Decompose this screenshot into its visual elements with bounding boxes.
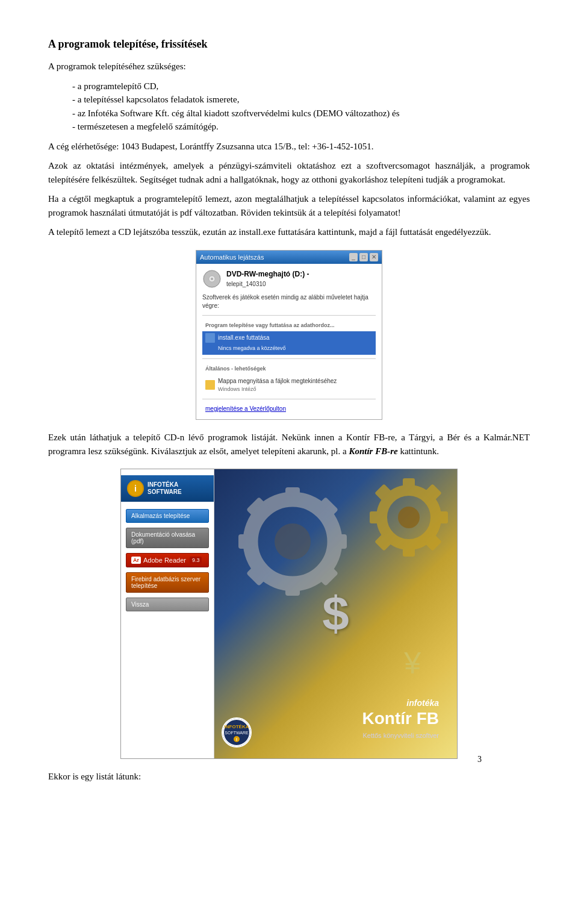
publisher-info: Nincs megadva a közzétevő	[202, 345, 376, 355]
autoplay-dialog: Automatikus lejátszás _ □ ✕ DVD-RW-megha…	[196, 250, 382, 420]
dialog-body: DVD-RW-meghajtó (D:) - telepit_140310 Sz…	[196, 264, 382, 419]
svg-rect-10	[329, 534, 347, 549]
infoteka-logo-small: INFOTÉKA SOFTWARE i	[222, 717, 252, 748]
close-button[interactable]: ✕	[370, 253, 378, 261]
svg-text:i: i	[134, 484, 137, 493]
kontir-fb-bold: Kontír FB-re	[349, 446, 397, 456]
product-image: $ ¥ infotéka Kontír FB Kettős könyvvitel…	[214, 469, 457, 758]
svg-rect-9	[238, 534, 256, 549]
folder-icon	[205, 380, 215, 390]
svg-point-2	[211, 278, 213, 280]
requirements-list: a programtelepítő CD, a telepítéssel kap…	[72, 80, 530, 134]
adobe-version: 9.3	[190, 557, 202, 564]
maximize-button[interactable]: □	[359, 253, 368, 261]
install-icon	[205, 333, 215, 343]
list-seen-paragraph: Ekkor is egy listát látunk:	[48, 770, 530, 784]
installer-header: i INFOTÉKA SOFTWARE	[121, 475, 214, 502]
drive-label: DVD-RW-meghajtó (D:) -	[226, 269, 309, 279]
svg-text:SOFTWARE: SOFTWARE	[225, 731, 249, 735]
windows-explorer-label: Windows Intéző	[218, 386, 337, 394]
svg-point-16	[398, 507, 420, 528]
brand-tagline-text: Kettős könyvviteli szoftver	[362, 731, 439, 741]
folder-open-label: Mappa megnyitása a fájlok megtekintéséhe…	[218, 376, 337, 394]
minimize-button[interactable]: _	[349, 253, 358, 261]
autoplay-description: Szoftverek és játékok esetén mindig az a…	[202, 293, 376, 310]
contact-paragraph: A cég elérhetősége: 1043 Budapest, Lorán…	[48, 140, 530, 154]
sidebar-brand-text: INFOTÉKA SOFTWARE	[148, 481, 208, 496]
svg-rect-20	[435, 511, 448, 523]
list-item: az Infotéka Software Kft. cég által kiad…	[72, 107, 530, 120]
svg-rect-8	[285, 578, 300, 596]
list-item: a telepítéssel kapcsolatos feladatok ism…	[72, 93, 530, 107]
education-paragraph: Azok az oktatási intézmények, amelyek a …	[48, 159, 530, 186]
dialog-titlebar: Automatikus lejátszás _ □ ✕	[196, 251, 382, 264]
infoteka-logo: i	[127, 480, 144, 497]
firebird-button[interactable]: Firebird adatbázis szerver telepítése	[126, 572, 209, 593]
brand-kontir-text: Kontír FB	[362, 710, 439, 728]
install-exe-item[interactable]: install.exe futtatása	[202, 331, 376, 345]
paragraph6-text: Ezek után láthatjuk a telepítő CD-n lévő…	[48, 432, 530, 456]
page-number: 3	[477, 753, 482, 766]
brand-overlay: infotéka Kontír FB Kettős könyvviteli sz…	[362, 697, 439, 740]
control-panel-link[interactable]: megjelenítése a Vezérlőpulton	[202, 403, 376, 414]
dollar-symbol: $	[322, 578, 349, 650]
back-button[interactable]: Vissza	[126, 598, 209, 611]
svg-point-6	[275, 523, 311, 560]
install-info-paragraph: Ha a cégtől megkaptuk a programtelepítő …	[48, 192, 530, 219]
cd-icon	[202, 269, 222, 289]
install-exe-label: install.exe futtatása	[218, 333, 270, 342]
window-controls[interactable]: _ □ ✕	[349, 253, 378, 261]
installer-sidebar: i INFOTÉKA SOFTWARE Alkalmazás telepítés…	[121, 469, 214, 758]
yen-symbol: ¥	[404, 641, 421, 686]
folder-open-item[interactable]: Mappa megnyitása a fájlok megtekintéséhe…	[202, 375, 376, 396]
svg-text:INFOTÉKA: INFOTÉKA	[225, 724, 249, 729]
installer-screenshot: i INFOTÉKA SOFTWARE Alkalmazás telepítés…	[48, 469, 530, 759]
intro-paragraph: A programok telepítéséhez szükséges:	[48, 60, 530, 73]
svg-rect-7	[285, 487, 300, 505]
drive-info-row: DVD-RW-meghajtó (D:) - telepit_140310	[202, 269, 376, 289]
program-list-paragraph: Ezek után láthatjuk a telepítő CD-n lévő…	[48, 431, 530, 458]
section-label-1: Program telepítése vagy futtatása az ada…	[202, 319, 376, 331]
page-title: A programok telepítése, frissítések	[48, 36, 530, 52]
autoplay-screenshot: Automatikus lejátszás _ □ ✕ DVD-RW-megha…	[48, 250, 530, 420]
paragraph6-end: kattintunk.	[400, 446, 439, 456]
gear-icon-small	[367, 475, 451, 560]
section-label-2: Általános - lehetőségek	[202, 363, 376, 375]
installer-dialog: i INFOTÉKA SOFTWARE Alkalmazás telepítés…	[120, 469, 458, 759]
adobe-reader-button[interactable]: Ar Adobe Reader 9.3	[126, 553, 209, 567]
install-steps-paragraph: A telepítő lemezt a CD lejátszóba tesszü…	[48, 225, 530, 239]
adobe-badge: Ar	[131, 557, 141, 564]
svg-rect-19	[370, 511, 383, 523]
drive-label-area: DVD-RW-meghajtó (D:) - telepit_140310	[226, 269, 309, 289]
drive-name: telepit_140310	[226, 279, 309, 289]
svg-rect-18	[403, 543, 415, 557]
install-app-button[interactable]: Alkalmazás telepítése	[126, 509, 209, 523]
installer-image-area: $ ¥ infotéka Kontír FB Kettős könyvvitel…	[214, 469, 457, 758]
read-docs-button[interactable]: Dokumentáció olvasása (pdf)	[126, 528, 209, 548]
list-item: természetesen a megfelelő számítógép.	[72, 120, 530, 134]
svg-rect-17	[403, 478, 415, 492]
brand-infoteka-text: infotéka	[362, 697, 439, 710]
list-item: a programtelepítő CD,	[72, 80, 530, 93]
adobe-label: Adobe Reader	[143, 557, 186, 564]
svg-text:i: i	[236, 737, 237, 741]
infoteka-circle-logo: INFOTÉKA SOFTWARE i	[222, 717, 252, 748]
titlebar-title: Automatikus lejátszás	[200, 252, 264, 263]
